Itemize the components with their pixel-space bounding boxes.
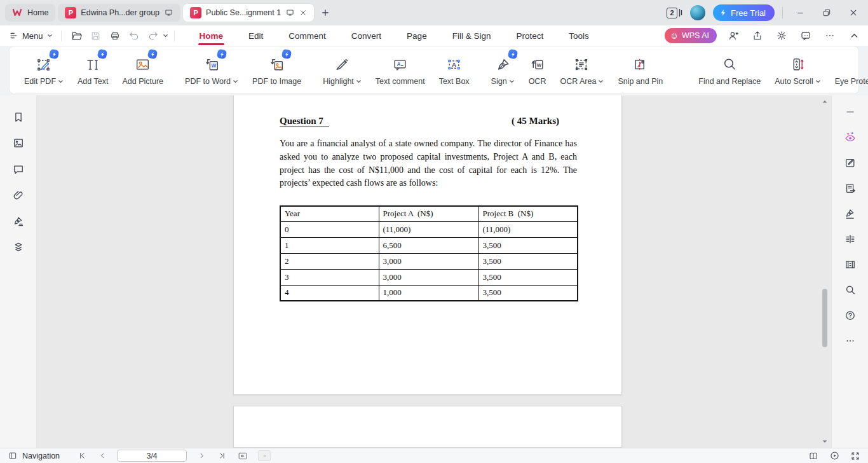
document-canvas[interactable]: Question 7 ( 45 Marks) You are a financi…: [37, 95, 818, 448]
monitor-icon[interactable]: [164, 8, 173, 17]
forward-view-button[interactable]: [258, 450, 271, 461]
ribbon-tab-comment[interactable]: Comment: [287, 28, 327, 44]
open-file-button[interactable]: [69, 28, 85, 43]
ocr-button[interactable]: W OCR: [522, 50, 553, 90]
ribbon-tab-convert[interactable]: Convert: [350, 28, 383, 44]
ai-read-assistant-button[interactable]: [843, 130, 858, 145]
ribbon-tab-home[interactable]: Home: [198, 28, 225, 44]
pdf-to-image-icon: [268, 54, 285, 73]
navigation-toggle[interactable]: Navigation: [8, 451, 60, 460]
add-picture-button[interactable]: Add Picture: [115, 50, 170, 90]
free-trial-button[interactable]: Free Trial: [713, 4, 775, 21]
pdf-to-word-button[interactable]: W PDF to Word: [178, 50, 245, 90]
layers-panel-button[interactable]: [11, 240, 26, 255]
read-mode-button[interactable]: [808, 451, 819, 461]
search-panel-button[interactable]: [843, 282, 858, 298]
pdf-file-icon: P: [65, 7, 76, 18]
scroll-up-arrow[interactable]: [821, 98, 829, 106]
monitor-icon[interactable]: [285, 8, 295, 17]
tab-document-2-active[interactable]: P Public Se...ignment 1: [183, 4, 314, 22]
question-heading-row: Question 7 ( 45 Marks): [280, 116, 577, 127]
scrollbar-thumb[interactable]: [822, 289, 827, 347]
pdf-to-image-button[interactable]: PDF to Image: [245, 50, 308, 90]
close-tab-icon[interactable]: [299, 9, 307, 17]
collapse-panel-button[interactable]: [843, 104, 858, 120]
pdf-page-4[interactable]: [233, 406, 622, 448]
bookmarks-panel-button[interactable]: [11, 109, 26, 125]
auto-scroll-button[interactable]: Auto Scroll: [768, 50, 827, 90]
ribbon-tab-protect[interactable]: Protect: [515, 28, 545, 44]
help-button[interactable]: [843, 308, 858, 323]
signature-panel-button[interactable]: [11, 214, 26, 229]
scroll-down-arrow[interactable]: [821, 438, 829, 445]
navigation-panel-icon: [8, 451, 18, 460]
active-tab-underline: [198, 43, 225, 45]
menu-bar: Menu Home Edit Comment Convert Page Fill…: [0, 25, 868, 46]
question-title: Question 7: [280, 116, 329, 127]
back-view-button[interactable]: [236, 450, 249, 461]
save-button[interactable]: [88, 28, 104, 43]
last-page-button[interactable]: [216, 451, 227, 461]
tool-label: Add Picture: [122, 77, 163, 86]
share-user-button[interactable]: [726, 28, 741, 43]
cell-project-b: 3,500: [478, 253, 578, 269]
two-column-layout-button[interactable]: [843, 232, 858, 247]
find-and-replace-button[interactable]: Find and Replace: [691, 50, 768, 90]
attachments-panel-button[interactable]: [11, 188, 26, 203]
settings-gear-icon[interactable]: [774, 28, 789, 43]
page-number-input[interactable]: [117, 450, 187, 462]
edit-panel-button[interactable]: [843, 155, 858, 170]
text-comment-button[interactable]: A Text comment: [369, 50, 432, 90]
ribbon-tab-tools[interactable]: Tools: [567, 28, 590, 44]
next-page-button[interactable]: [196, 451, 207, 461]
page-margins-button[interactable]: [843, 257, 858, 272]
add-text-button[interactable]: Add Text: [71, 50, 115, 90]
tab-home[interactable]: Home: [5, 4, 55, 22]
ocr-area-button[interactable]: OCR Area: [553, 50, 611, 90]
pdf-page-3[interactable]: Question 7 ( 45 Marks) You are a financi…: [233, 95, 622, 395]
play-slideshow-button[interactable]: [829, 450, 840, 461]
tab-document-1[interactable]: P Edwina Ph...der group: [58, 4, 180, 22]
export-document-button[interactable]: [843, 181, 858, 196]
highlight-icon: [334, 54, 351, 73]
wps-ai-button[interactable]: WPS AI: [665, 28, 717, 43]
close-window-button[interactable]: [844, 4, 863, 22]
user-avatar[interactable]: [690, 5, 705, 20]
more-options-icon[interactable]: [822, 28, 837, 43]
thumbnails-panel-button[interactable]: [11, 135, 26, 151]
vertical-scrollbar[interactable]: [818, 95, 831, 448]
print-button[interactable]: [107, 28, 123, 43]
highlight-button[interactable]: Highlight: [316, 50, 369, 90]
minimize-button[interactable]: [790, 4, 810, 22]
new-tab-button[interactable]: [316, 4, 334, 22]
export-share-button[interactable]: [750, 28, 765, 43]
chevron-down-icon: [356, 79, 362, 83]
redo-button[interactable]: [145, 28, 161, 43]
table-row: 0 (11,000) (11,000): [280, 221, 578, 237]
more-tools-button[interactable]: [843, 333, 858, 349]
cell-project-a: 3,000: [379, 253, 478, 269]
snip-and-pin-button[interactable]: Snip and Pin: [611, 50, 670, 90]
undo-button[interactable]: [126, 28, 142, 43]
comments-panel-button[interactable]: [11, 162, 26, 177]
fullscreen-button[interactable]: [850, 451, 860, 461]
page-navigation: [76, 450, 271, 462]
signature-tool-button[interactable]: [843, 206, 858, 221]
ribbon-tab-page[interactable]: Page: [405, 28, 428, 44]
edit-pdf-button[interactable]: Edit PDF: [17, 50, 71, 90]
ribbon-tab-label: Edit: [248, 31, 263, 41]
menu-button[interactable]: Menu: [6, 31, 55, 41]
previous-page-button[interactable]: [97, 451, 108, 461]
sign-button[interactable]: Sign: [484, 50, 522, 90]
restore-button[interactable]: [817, 4, 836, 22]
collapse-ribbon-icon[interactable]: [846, 28, 862, 43]
window-count-badge[interactable]: 2: [667, 8, 682, 18]
chevron-down-icon[interactable]: [163, 34, 168, 38]
feedback-comment-icon[interactable]: [798, 28, 813, 43]
ribbon-tab-label: Convert: [351, 31, 381, 41]
first-page-button[interactable]: [76, 451, 88, 461]
text-box-button[interactable]: A Text Box: [432, 50, 477, 90]
ribbon-tab-edit[interactable]: Edit: [247, 28, 264, 44]
eye-protection-mode-button[interactable]: Eye Protection Mode: [828, 50, 868, 90]
ribbon-tab-fill-sign[interactable]: Fill & Sign: [451, 28, 492, 44]
